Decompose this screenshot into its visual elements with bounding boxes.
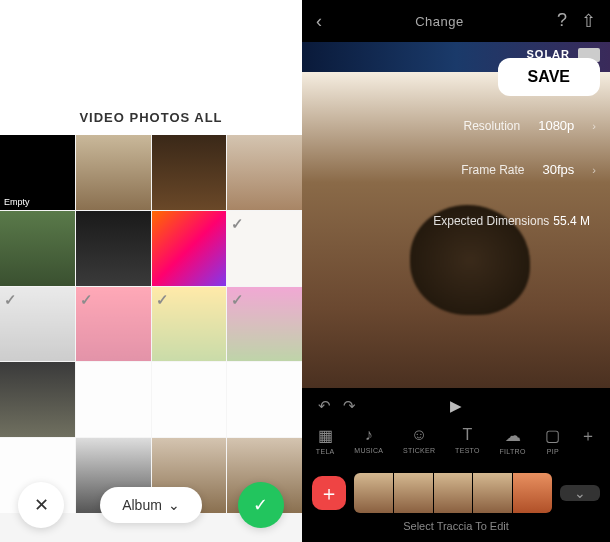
setting-value: 55.4 M [553,214,590,228]
tool-sticker[interactable]: ☺STICKER [403,426,435,455]
media-thumb[interactable] [152,211,227,286]
text-icon: T [463,426,473,444]
check-icon: ✓ [4,291,22,309]
setting-label: Expected Dimensions [433,214,549,228]
tool-canvas[interactable]: ▦TELA [316,426,335,455]
setting-label: Resolution [463,119,520,133]
select-track-label: Select Traccia To Edit [302,520,610,532]
media-thumb[interactable] [76,135,151,210]
save-button[interactable]: SAVE [498,58,600,96]
redo-button[interactable]: ↷ [343,397,356,415]
media-thumb[interactable] [227,135,302,210]
timeline-clip[interactable] [473,473,512,513]
media-thumb[interactable] [152,362,227,437]
setting-value: 1080p [538,118,574,133]
media-thumb[interactable] [76,211,151,286]
undo-button[interactable]: ↶ [318,397,331,415]
tool-pip[interactable]: ▢PIP [545,426,560,455]
timeline-clip[interactable] [513,473,552,513]
back-button[interactable]: ‹ [316,11,322,32]
header-title: Change [415,14,464,29]
close-icon: ✕ [34,494,49,516]
media-picker-panel: VIDEO PHOTOS ALL Empty ✓ ✓ ✓ ✓ ✓ ✕ Album [0,0,302,542]
media-thumb-selected[interactable]: ✓ [152,287,227,362]
clip-strip[interactable] [354,473,552,513]
editor-panel: ‹ Change ? ⇧ SOLAR SAVE Resolution 1080p… [302,0,610,542]
media-thumb[interactable] [227,362,302,437]
thumb-label: Empty [4,197,30,207]
pip-icon: ▢ [545,426,560,445]
smile-icon: ☺ [411,426,427,444]
setting-label: Frame Rate [461,163,524,177]
timeline-clip[interactable] [434,473,473,513]
check-icon: ✓ [80,291,98,309]
media-thumb-selected[interactable]: ✓ [76,287,151,362]
tool-more[interactable]: ＋ [580,426,596,455]
media-thumb[interactable] [76,362,151,437]
album-label: Album [122,497,162,513]
cloud-icon: ☁ [505,426,521,445]
media-thumb-selected[interactable]: ✓ [0,287,75,362]
media-thumb-empty[interactable]: Empty [0,135,75,210]
playback-controls: ↶ ↷ ▶ [302,394,610,418]
check-icon: ✓ [156,291,174,309]
timeline: ＋ ⌄ [302,468,610,518]
media-thumb-selected[interactable]: ✓ [227,287,302,362]
tool-bar: ▦TELA ♪MUSICA ☺STICKER TTESTO ☁FILTRO ▢P… [302,424,610,457]
picker-bottom-controls: ✕ Album ⌄ ✓ [0,482,302,528]
share-icon[interactable]: ⇧ [581,10,596,32]
editor-header: ‹ Change ? ⇧ [302,0,610,42]
help-icon[interactable]: ? [557,10,567,32]
media-thumb[interactable] [0,362,75,437]
chevron-right-icon: › [592,164,596,176]
media-grid: Empty ✓ ✓ ✓ ✓ ✓ [0,135,302,513]
timeline-clip[interactable] [394,473,433,513]
dimensions-info: Expected Dimensions 55.4 M [433,214,590,228]
grid-icon: ▦ [318,426,333,445]
close-button[interactable]: ✕ [18,482,64,528]
confirm-button[interactable]: ✓ [238,482,284,528]
chevron-down-icon: ⌄ [168,497,180,513]
check-icon: ✓ [231,291,249,309]
check-icon: ✓ [253,494,268,516]
album-selector[interactable]: Album ⌄ [100,487,202,523]
media-thumb[interactable] [152,135,227,210]
timeline-clip[interactable] [354,473,393,513]
music-icon: ♪ [365,426,373,444]
clip-end-marker[interactable]: ⌄ [560,485,600,501]
media-thumb[interactable] [0,211,75,286]
framerate-setting[interactable]: Frame Rate 30fps › [461,162,596,177]
play-button[interactable]: ▶ [450,397,462,415]
setting-value: 30fps [543,162,575,177]
resolution-setting[interactable]: Resolution 1080p › [463,118,596,133]
tool-music[interactable]: ♪MUSICA [354,426,383,455]
tool-text[interactable]: TTESTO [455,426,480,455]
chevron-right-icon: › [592,120,596,132]
picker-tabs[interactable]: VIDEO PHOTOS ALL [0,110,302,125]
check-icon: ✓ [231,215,249,233]
add-clip-button[interactable]: ＋ [312,476,346,510]
tool-filter[interactable]: ☁FILTRO [500,426,526,455]
media-thumb-selected[interactable]: ✓ [227,211,302,286]
add-icon: ＋ [580,426,596,447]
